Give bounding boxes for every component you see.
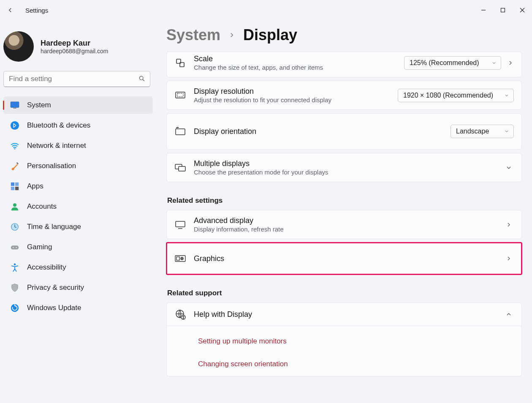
sidebar: Hardeep Kaur hardeep0688@gmail.com Syste… bbox=[0, 20, 156, 403]
setting-card-graphics[interactable]: Graphics bbox=[166, 242, 522, 275]
person-icon bbox=[10, 202, 19, 211]
card-title: Display orientation bbox=[194, 127, 443, 136]
setting-card-advanced-display[interactable]: Advanced display Display information, re… bbox=[166, 210, 522, 239]
resolution-icon bbox=[174, 91, 186, 100]
avatar bbox=[3, 31, 34, 62]
card-title: Display resolution bbox=[194, 87, 390, 96]
sidebar-item-accessibility[interactable]: Accessibility bbox=[3, 259, 153, 276]
svg-point-9 bbox=[11, 121, 19, 130]
card-title: Advanced display bbox=[194, 216, 496, 225]
svg-rect-8 bbox=[13, 108, 16, 109]
multiple-displays-icon bbox=[174, 163, 186, 172]
sidebar-item-label: Network & internet bbox=[27, 142, 86, 150]
sidebar-item-label: Accessibility bbox=[27, 263, 66, 272]
orientation-icon bbox=[174, 127, 186, 136]
orientation-dropdown[interactable]: Landscape bbox=[451, 125, 514, 138]
svg-line-5 bbox=[143, 79, 144, 81]
svg-rect-28 bbox=[179, 166, 185, 171]
bluetooth-icon bbox=[10, 121, 19, 130]
search-icon bbox=[138, 75, 145, 82]
apps-icon bbox=[10, 182, 19, 191]
sidebar-item-network[interactable]: Network & internet bbox=[3, 137, 153, 155]
svg-point-19 bbox=[16, 247, 17, 248]
sidebar-item-privacy[interactable]: Privacy & security bbox=[3, 279, 153, 297]
svg-rect-6 bbox=[11, 102, 19, 108]
chevron-down-icon bbox=[504, 93, 509, 98]
section-heading-related-support: Related support bbox=[167, 289, 522, 297]
minimize-button[interactable] bbox=[474, 3, 493, 17]
sidebar-item-windows-update[interactable]: Windows Update bbox=[3, 299, 153, 317]
sidebar-item-bluetooth[interactable]: Bluetooth & devices bbox=[3, 117, 153, 134]
clock-globe-icon bbox=[10, 222, 19, 231]
chevron-down-icon bbox=[491, 60, 497, 65]
chevron-right-icon[interactable] bbox=[504, 221, 514, 228]
sidebar-item-label: Apps bbox=[27, 182, 43, 191]
scale-icon bbox=[174, 58, 186, 68]
help-card-header[interactable]: Help with Display bbox=[166, 302, 522, 326]
minimize-icon bbox=[481, 8, 486, 13]
svg-point-4 bbox=[139, 76, 143, 80]
help-links-panel: Setting up multiple monitors Changing sc… bbox=[166, 326, 522, 376]
svg-rect-14 bbox=[15, 187, 19, 190]
sidebar-item-apps[interactable]: Apps bbox=[3, 177, 153, 195]
svg-rect-26 bbox=[176, 129, 185, 135]
card-sub: Change the size of text, apps, and other… bbox=[194, 64, 396, 71]
search-box[interactable] bbox=[3, 71, 150, 87]
content-pane: System Display Scale Change the size of … bbox=[156, 20, 532, 403]
svg-rect-1 bbox=[501, 8, 505, 12]
user-block[interactable]: Hardeep Kaur hardeep0688@gmail.com bbox=[3, 24, 153, 69]
chevron-right-icon[interactable] bbox=[507, 60, 514, 66]
breadcrumb: System Display bbox=[166, 22, 522, 52]
user-name: Hardeep Kaur bbox=[41, 39, 109, 48]
svg-point-18 bbox=[13, 247, 14, 248]
chevron-right-icon[interactable] bbox=[504, 255, 514, 262]
svg-rect-12 bbox=[15, 182, 19, 186]
search-input[interactable] bbox=[3, 71, 150, 87]
sidebar-item-accounts[interactable]: Accounts bbox=[3, 198, 153, 215]
sidebar-item-gaming[interactable]: Gaming bbox=[3, 238, 153, 256]
help-link-screen-orientation[interactable]: Changing screen orientation bbox=[198, 357, 288, 372]
system-icon bbox=[10, 101, 19, 110]
setting-card-orientation[interactable]: Display orientation Landscape bbox=[166, 113, 522, 150]
sidebar-item-label: Privacy & security bbox=[27, 283, 84, 292]
svg-point-38 bbox=[183, 318, 183, 319]
breadcrumb-parent[interactable]: System bbox=[166, 26, 220, 44]
chevron-down-icon[interactable] bbox=[504, 164, 514, 171]
wifi-icon bbox=[10, 141, 19, 150]
help-link-multiple-monitors[interactable]: Setting up multiple monitors bbox=[198, 334, 287, 349]
shield-icon bbox=[10, 283, 19, 292]
window-title: Settings bbox=[25, 7, 48, 14]
maximize-button[interactable] bbox=[493, 3, 513, 17]
titlebar: Settings bbox=[0, 0, 532, 20]
sidebar-item-label: Gaming bbox=[27, 243, 52, 251]
sidebar-item-system[interactable]: System bbox=[3, 96, 153, 114]
setting-card-resolution[interactable]: Display resolution Adjust the resolution… bbox=[166, 81, 522, 110]
sidebar-item-personalisation[interactable]: Personalisation bbox=[3, 157, 153, 175]
gamepad-icon bbox=[10, 242, 19, 252]
close-icon bbox=[520, 8, 525, 13]
chevron-right-icon bbox=[228, 31, 236, 39]
chevron-down-icon bbox=[504, 129, 509, 134]
sidebar-item-label: Windows Update bbox=[27, 304, 81, 312]
sidebar-item-label: Accounts bbox=[27, 202, 57, 211]
card-title: Help with Display bbox=[194, 310, 496, 319]
maximize-icon bbox=[500, 8, 505, 13]
close-button[interactable] bbox=[513, 3, 532, 17]
setting-card-multiple-displays[interactable]: Multiple displays Choose the presentatio… bbox=[166, 153, 522, 182]
card-title: Scale bbox=[194, 54, 396, 63]
sidebar-item-time-language[interactable]: Time & language bbox=[3, 218, 153, 236]
card-sub: Choose the presentation mode for your di… bbox=[194, 169, 496, 176]
resolution-dropdown[interactable]: 1920 × 1080 (Recommended) bbox=[398, 89, 514, 102]
user-email: hardeep0688@gmail.com bbox=[41, 48, 109, 54]
dropdown-value: 1920 × 1080 (Recommended) bbox=[403, 92, 493, 99]
card-title: Multiple displays bbox=[194, 159, 496, 168]
back-button[interactable] bbox=[5, 5, 15, 15]
svg-rect-17 bbox=[11, 245, 19, 249]
setting-card-scale[interactable]: Scale Change the size of text, apps, and… bbox=[166, 52, 522, 77]
breadcrumb-current: Display bbox=[243, 26, 297, 44]
accessibility-icon bbox=[10, 263, 19, 272]
window-controls bbox=[474, 3, 532, 17]
chevron-up-icon[interactable] bbox=[504, 311, 514, 318]
scale-dropdown[interactable]: 125% (Recommended) bbox=[404, 56, 501, 70]
sidebar-item-label: Bluetooth & devices bbox=[27, 121, 90, 130]
